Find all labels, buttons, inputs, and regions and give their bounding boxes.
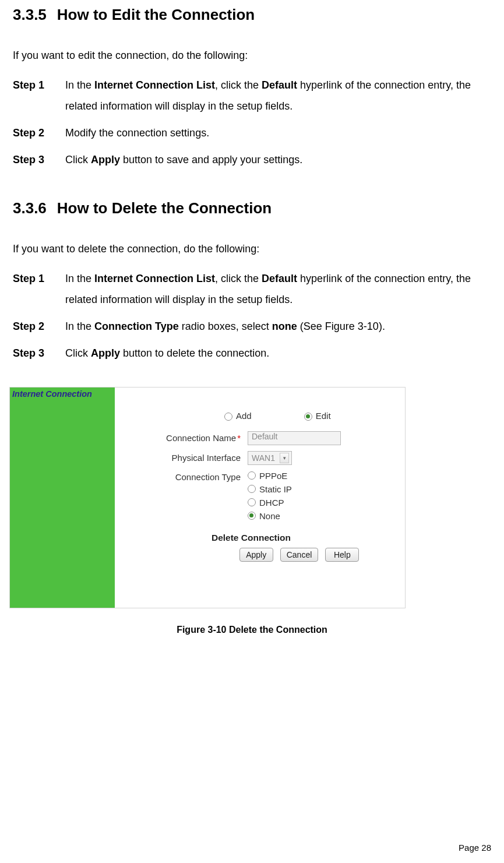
radio-icon — [304, 413, 312, 421]
figure-panel: Internet Connection Add Edit Connection … — [9, 387, 406, 608]
step-body: In the Internet Connection List, click t… — [65, 268, 491, 310]
help-button[interactable]: Help — [325, 548, 359, 562]
intro-335: If you want to edit the connection, do t… — [13, 47, 491, 64]
step-label: Step 1 — [13, 268, 65, 310]
delete-connection-label: Delete Connection — [108, 533, 394, 543]
radio-icon — [248, 512, 256, 520]
step-body: In the Connection Type radio boxes, sele… — [65, 316, 491, 337]
radio-icon — [248, 471, 256, 480]
step-336-1: Step 1 In the Internet Connection List, … — [13, 268, 491, 310]
conn-type-label: Connection Type — [125, 471, 248, 482]
heading-336-number: 3.3.6 — [13, 199, 47, 217]
heading-336: 3.3.6How to Delete the Connection — [13, 199, 491, 217]
apply-button[interactable]: Apply — [239, 548, 273, 562]
step-body: Modify the connection settings. — [65, 122, 491, 143]
sidebar-title: Internet Connection — [12, 389, 92, 399]
step-335-1: Step 1 In the Internet Connection List, … — [13, 75, 491, 117]
step-label: Step 2 — [13, 122, 65, 143]
radio-icon — [224, 413, 232, 421]
mode-edit-option[interactable]: Edit — [304, 411, 331, 421]
figure-sidebar: Internet Connection — [10, 388, 115, 608]
step-336-3: Step 3 Click Apply button to delete the … — [13, 343, 491, 364]
radio-icon — [248, 498, 256, 506]
conn-type-dhcp[interactable]: DHCP — [248, 498, 292, 508]
conn-type-static-ip[interactable]: Static IP — [248, 484, 292, 494]
required-asterisk: * — [237, 433, 241, 443]
heading-335: 3.3.5How to Edit the Connection — [13, 6, 491, 24]
conn-name-input[interactable]: Default — [248, 431, 341, 445]
step-label: Step 2 — [13, 316, 65, 337]
figure-main: Add Edit Connection Name* Default Physic… — [115, 388, 405, 608]
step-335-3: Step 3 Click Apply button to save and ap… — [13, 149, 491, 170]
step-label: Step 3 — [13, 343, 65, 364]
step-label: Step 3 — [13, 149, 65, 170]
step-body: Click Apply button to save and apply you… — [65, 149, 491, 170]
phy-if-label: Physical Interface — [125, 453, 248, 463]
radio-icon — [248, 485, 256, 493]
phy-if-select[interactable]: WAN1 ▾ — [248, 451, 292, 465]
conn-name-label: Connection Name* — [125, 433, 248, 443]
intro-336: If you want to delete the connection, do… — [13, 241, 491, 258]
heading-336-title: How to Delete the Connection — [57, 199, 272, 217]
step-336-2: Step 2 In the Connection Type radio boxe… — [13, 316, 491, 337]
step-335-2: Step 2 Modify the connection settings. — [13, 122, 491, 143]
chevron-down-icon: ▾ — [280, 453, 289, 463]
phy-if-value: WAN1 — [252, 453, 275, 463]
mode-add-label: Add — [236, 411, 252, 421]
heading-335-title: How to Edit the Connection — [57, 6, 255, 23]
step-label: Step 1 — [13, 75, 65, 117]
step-body: Click Apply button to delete the connect… — [65, 343, 491, 364]
mode-add-option[interactable]: Add — [224, 411, 252, 421]
page-number: Page 28 — [459, 843, 491, 853]
conn-type-none[interactable]: None — [248, 511, 292, 521]
figure-caption: Figure 3-10 Delete the Connection — [13, 625, 491, 635]
heading-335-number: 3.3.5 — [13, 6, 47, 24]
cancel-button[interactable]: Cancel — [280, 548, 319, 562]
mode-edit-label: Edit — [316, 411, 331, 421]
step-body: In the Internet Connection List, click t… — [65, 75, 491, 117]
conn-type-pppoe[interactable]: PPPoE — [248, 471, 292, 481]
